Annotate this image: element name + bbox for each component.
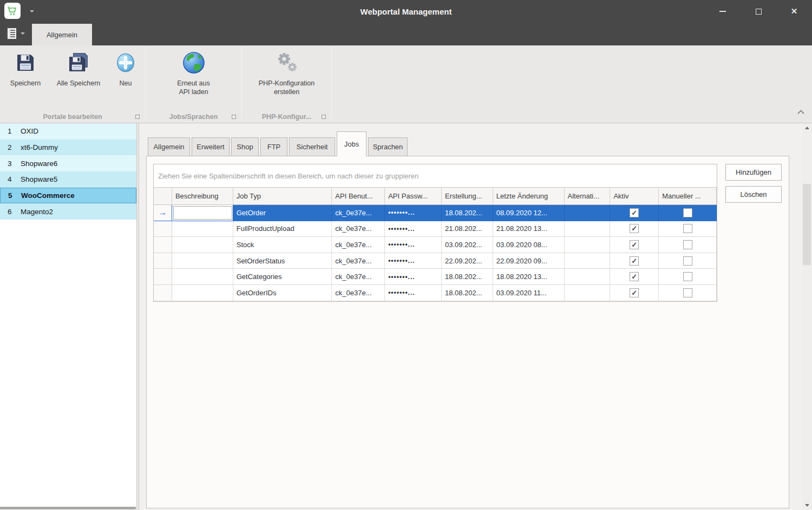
manueller-checkbox[interactable] — [683, 288, 692, 297]
cell-beschreibung[interactable] — [172, 285, 233, 301]
cell-beschreibung[interactable] — [172, 253, 233, 269]
cell-api_passwort[interactable]: •••••••... — [385, 221, 442, 237]
cell-job_typ[interactable]: GetOrderIDs — [233, 285, 332, 301]
aktiv-checkbox[interactable]: ✓ — [630, 288, 639, 297]
dialog-launcher-icon[interactable] — [135, 115, 140, 119]
cell-aktiv[interactable]: ✓ — [610, 221, 659, 237]
cell-beschreibung[interactable] — [172, 269, 233, 284]
manueller-checkbox[interactable] — [683, 272, 692, 281]
cell-job_typ[interactable]: FullProductUpload — [233, 221, 332, 237]
cell-alternativ[interactable] — [565, 237, 611, 253]
cell-api_passwort[interactable]: •••••••... — [385, 253, 442, 269]
aktiv-checkbox[interactable]: ✓ — [630, 224, 639, 233]
column-header-api_passwort[interactable]: API Passw... — [385, 188, 442, 204]
column-header-alternativ[interactable]: Alternati... — [565, 188, 611, 204]
sidebar-horizontal-scrollbar[interactable] — [0, 507, 136, 509]
save-all-button[interactable]: Alle Speichern — [48, 45, 109, 106]
cell-api_benutzer[interactable]: ck_0e37e... — [332, 285, 385, 301]
sidebar-item-magento2[interactable]: 6Magento2 — [0, 203, 136, 220]
tab-sprachen[interactable]: Sprachen — [368, 137, 408, 156]
cell-aktiv[interactable]: ✓ — [610, 237, 659, 253]
cell-letzte_aenderung[interactable]: 22.09.2020 09... — [493, 253, 565, 269]
cell-manueller[interactable] — [659, 237, 717, 253]
manueller-checkbox[interactable] — [683, 224, 692, 233]
php-config-button[interactable]: PHP-Konfiguration erstellen — [244, 45, 330, 106]
manueller-checkbox[interactable] — [683, 208, 692, 217]
close-button[interactable]: ✕ — [776, 0, 812, 23]
cell-aktiv[interactable]: ✓ — [610, 285, 659, 301]
cell-aktiv[interactable]: ✓ — [610, 253, 659, 269]
tab-erweitert[interactable]: Erweitert — [192, 137, 230, 156]
manueller-checkbox[interactable] — [683, 256, 692, 266]
tab-ftp[interactable]: FTP — [260, 137, 287, 156]
cell-job_typ[interactable]: GetCategories — [233, 269, 332, 284]
cell-beschreibung[interactable] — [172, 205, 233, 221]
table-row[interactable]: →GetOrderck_0e37e...•••••••...18.08.202.… — [154, 205, 717, 221]
cell-letzte_aenderung[interactable]: 08.09.2020 12... — [493, 205, 565, 221]
aktiv-checkbox[interactable]: ✓ — [630, 208, 639, 217]
scroll-up-button[interactable] — [802, 123, 811, 133]
scroll-down-button[interactable] — [802, 501, 811, 510]
table-row[interactable]: GetCategoriesck_0e37e...•••••••...18.08.… — [154, 269, 717, 285]
column-header-beschreibung[interactable]: Beschreibung — [172, 188, 233, 204]
cell-letzte_aenderung[interactable]: 03.09.2020 11... — [493, 285, 565, 301]
cell-erstellung[interactable]: 18.08.202... — [442, 205, 493, 221]
reload-from-api-button[interactable]: Erneut aus API laden — [153, 45, 234, 106]
column-header-job_typ[interactable]: Job Typ — [233, 188, 332, 204]
tab-jobs[interactable]: Jobs — [337, 131, 366, 156]
cell-manueller[interactable] — [659, 269, 717, 284]
cell-api_benutzer[interactable]: ck_0e37e... — [332, 237, 385, 253]
table-row[interactable]: SetOrderStatusck_0e37e...•••••••...22.09… — [154, 253, 717, 269]
cell-letzte_aenderung[interactable]: 18.08.2020 13... — [493, 269, 565, 284]
cell-api_passwort[interactable]: •••••••... — [385, 205, 442, 221]
cell-erstellung[interactable]: 21.08.202... — [442, 221, 493, 237]
cell-aktiv[interactable]: ✓ — [610, 205, 659, 221]
minimize-button[interactable] — [705, 0, 741, 23]
application-menu-button[interactable] — [5, 27, 25, 41]
sidebar-item-shopware6[interactable]: 3Shopware6 — [0, 155, 136, 171]
cell-manueller[interactable] — [659, 285, 717, 301]
cell-alternativ[interactable] — [565, 205, 611, 221]
cell-erstellung[interactable]: 03.09.202... — [442, 237, 493, 253]
cell-aktiv[interactable]: ✓ — [610, 269, 659, 284]
cell-api_benutzer[interactable]: ck_0e37e... — [332, 205, 385, 221]
cell-api_benutzer[interactable]: ck_0e37e... — [332, 269, 385, 284]
dialog-launcher-icon[interactable] — [232, 115, 236, 119]
table-row[interactable]: FullProductUploadck_0e37e...•••••••...21… — [154, 221, 717, 237]
column-header-aktiv[interactable]: Aktiv — [610, 188, 659, 204]
aktiv-checkbox[interactable]: ✓ — [630, 272, 639, 281]
add-button[interactable]: Hinzufügen — [725, 164, 782, 181]
cell-job_typ[interactable]: Stock — [233, 237, 332, 253]
scrollbar-thumb[interactable] — [803, 184, 811, 265]
cell-manueller[interactable] — [659, 253, 717, 269]
table-row[interactable]: GetOrderIDsck_0e37e...•••••••...18.08.20… — [154, 285, 717, 301]
group-by-panel[interactable]: Ziehen Sie eine Spaltenüberschrift in di… — [154, 164, 717, 188]
cell-beschreibung[interactable] — [172, 221, 233, 237]
cell-api_benutzer[interactable]: ck_0e37e... — [332, 221, 385, 237]
dialog-launcher-icon[interactable] — [322, 115, 326, 119]
aktiv-checkbox[interactable]: ✓ — [630, 240, 639, 249]
table-row[interactable]: Stockck_0e37e...•••••••...03.09.202...03… — [154, 237, 717, 253]
tab-sicherheit[interactable]: Sicherheit — [289, 137, 335, 156]
column-header-erstellung[interactable]: Erstellung... — [442, 188, 493, 204]
tab-allgemein[interactable]: Allgemein — [148, 137, 190, 156]
new-button[interactable]: Neu — [109, 45, 142, 106]
delete-button[interactable]: Löschen — [725, 186, 782, 203]
aktiv-checkbox[interactable]: ✓ — [630, 256, 639, 266]
vertical-scrollbar[interactable] — [802, 123, 811, 510]
cell-api_passwort[interactable]: •••••••... — [385, 285, 442, 301]
cell-manueller[interactable] — [659, 205, 717, 221]
column-header-api_benutzer[interactable]: API Benut... — [332, 188, 385, 204]
ribbon-collapse-icon[interactable] — [797, 110, 804, 117]
cell-api_benutzer[interactable]: ck_0e37e... — [332, 253, 385, 269]
cell-erstellung[interactable]: 18.08.202... — [442, 269, 493, 284]
manueller-checkbox[interactable] — [683, 240, 692, 249]
column-header-manueller[interactable]: Manueller ... — [659, 188, 717, 204]
cell-erstellung[interactable]: 18.08.202... — [442, 285, 493, 301]
cell-erstellung[interactable]: 22.09.202... — [442, 253, 493, 269]
sidebar-item-oxid[interactable]: 1OXID — [0, 123, 136, 140]
cell-alternativ[interactable] — [565, 221, 611, 237]
sidebar-item-xt6-dummy[interactable]: 2xt6-Dummy — [0, 140, 136, 156]
cell-beschreibung[interactable] — [172, 237, 233, 253]
cell-letzte_aenderung[interactable]: 03.09.2020 08... — [493, 237, 565, 253]
